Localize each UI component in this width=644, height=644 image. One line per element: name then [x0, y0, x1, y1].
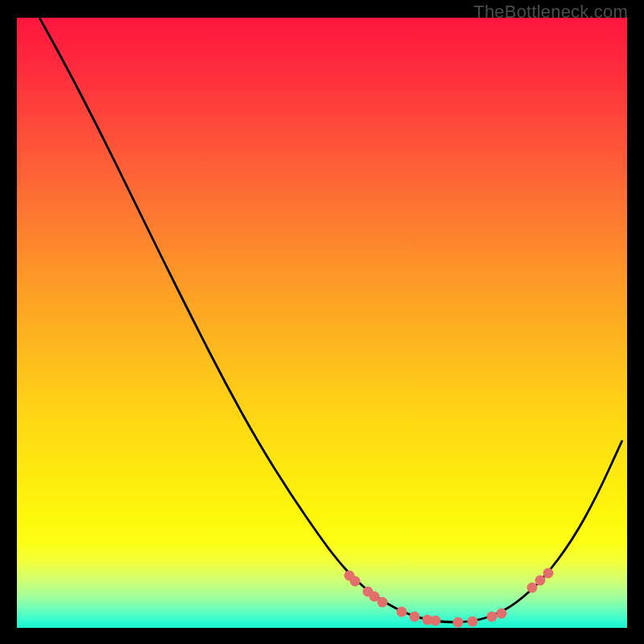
dot	[397, 607, 407, 617]
dot	[453, 617, 464, 628]
curve-line	[39, 18, 622, 622]
curve-path	[39, 18, 622, 622]
chart-svg	[17, 18, 627, 628]
dot	[527, 583, 538, 593]
dot	[410, 612, 420, 622]
outer-frame: TheBottleneck.com	[0, 0, 644, 644]
dot	[378, 597, 388, 608]
dot	[543, 568, 554, 579]
dot	[350, 576, 361, 587]
dot	[487, 612, 497, 622]
dot	[431, 616, 441, 626]
dot	[535, 576, 546, 586]
dot	[497, 609, 507, 619]
watermark-text: TheBottleneck.com	[473, 2, 628, 23]
dot	[468, 617, 478, 627]
